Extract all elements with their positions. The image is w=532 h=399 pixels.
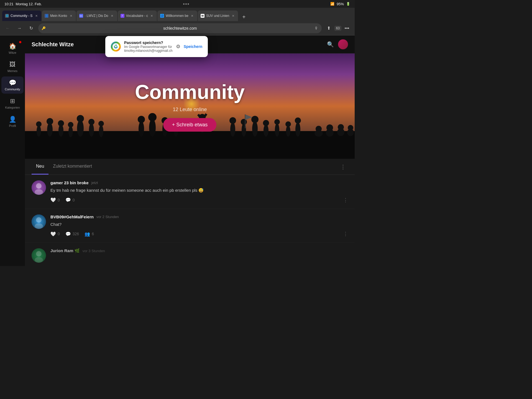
sidebar-item-kategorien[interactable]: ⊞ Kategorien — [1, 95, 24, 112]
tab-vocabulaire[interactable]: 7 Vocabulaire - c ✕ — [118, 11, 157, 21]
svg-point-50 — [36, 183, 42, 189]
heart-icon-2: 🤍 — [50, 231, 56, 237]
time: 10:21 — [4, 2, 14, 6]
hero-subtitle: 12 Leute online — [173, 107, 207, 112]
svg-point-51 — [35, 189, 43, 195]
members-icon: 👥 — [85, 231, 90, 237]
write-button[interactable]: + Schreib etwas — [163, 118, 217, 132]
post-avatar-3 — [32, 248, 46, 263]
tab-dot-2 — [185, 3, 187, 5]
tab-dot-3 — [188, 3, 189, 5]
tab-close-3[interactable]: ✕ — [110, 14, 114, 18]
tab-close-1[interactable]: ✕ — [34, 14, 39, 18]
share-button[interactable]: ⬆ — [324, 24, 333, 33]
password-save-popup: Passwort speichern? Im Google Passwortma… — [105, 36, 208, 57]
sidebar: 🏠 Witze 🖼 Memes 💬 Community ⊞ Kategorien… — [0, 35, 25, 266]
tab-count-badge[interactable]: 63 — [334, 26, 341, 31]
post-item: gamer 23 bin broke jetzt Ey tm hab ne fr… — [25, 175, 355, 209]
members-button-2[interactable]: 👥 6 — [85, 231, 94, 237]
post-content-3: Jurion Ram 🌿 vor 3 Stunden — [50, 248, 348, 263]
post-item-2: BVB09#GehMalFeiern vor 2 Stunden Chat? 🤍… — [25, 209, 355, 243]
profil-icon: 👤 — [9, 116, 16, 123]
tab-title-6: SUV und Linien — [206, 14, 229, 18]
post-username-1: gamer 23 bin broke — [50, 180, 89, 185]
search-button[interactable]: 🔍 — [326, 40, 335, 49]
post-header-1: gamer 23 bin broke jetzt — [50, 180, 348, 185]
comment-button-2[interactable]: 💬 326 — [65, 231, 79, 237]
url-text: schlechtewitze.com — [48, 26, 312, 30]
comment-button-1[interactable]: 💬 0 — [65, 197, 75, 203]
forward-button[interactable]: → — [15, 24, 24, 33]
post-content-1: gamer 23 bin broke jetzt Ey tm hab ne fr… — [50, 180, 348, 203]
back-button[interactable]: ← — [3, 24, 12, 33]
microphone-icon[interactable]: 🎙 — [314, 26, 318, 30]
nav-bar: ← → ↻ 🔑 schlechtewitze.com 🎙 ⬆ 63 ••• — [0, 21, 355, 35]
sidebar-label-witze: Witze — [9, 51, 16, 54]
tab-willkommen[interactable]: 🔵 Willkommen be ✕ — [157, 11, 197, 21]
tab-close-5[interactable]: ✕ — [190, 14, 195, 18]
popup-settings-icon[interactable]: ⚙ — [176, 44, 180, 50]
content-area: 🏠 Witze 🖼 Memes 💬 Community ⊞ Kategorien… — [0, 35, 355, 266]
status-bar: 10:21 Montag 12. Feb. 📶 95% 🔋 — [0, 0, 355, 8]
post-content-2: BVB09#GehMalFeiern vor 2 Stunden Chat? 🤍… — [50, 214, 348, 237]
popup-desc-text: Im Google Passwortmanager fürtimofey.mil… — [124, 45, 173, 53]
lock-icon: 🔑 — [42, 26, 46, 30]
post-time-1: jetzt — [91, 181, 98, 185]
sidebar-item-community[interactable]: 💬 Community — [1, 76, 24, 94]
sidebar-label-memes: Memes — [7, 69, 17, 73]
post-header-2: BVB09#GehMalFeiern vor 2 Stunden — [50, 214, 348, 219]
user-avatar[interactable] — [338, 39, 348, 49]
comment-icon: 💬 — [65, 197, 71, 203]
sidebar-item-memes[interactable]: 🖼 Memes — [1, 58, 24, 75]
like-button-2[interactable]: 🤍 0 — [50, 231, 60, 237]
tab-more-button[interactable]: ⋮ — [338, 161, 348, 172]
more-button[interactable]: ••• — [342, 24, 351, 33]
popup-save-button[interactable]: Speichern — [184, 44, 203, 49]
tab-title-4: Vocabulaire - c — [126, 14, 148, 18]
tab-title-2: Mein Konto — [50, 14, 67, 18]
svg-point-53 — [36, 217, 42, 223]
tab-neu[interactable]: Neu — [32, 159, 48, 175]
post-avatar-2 — [32, 214, 46, 229]
svg-point-54 — [35, 223, 43, 229]
post-username-2: BVB09#GehMalFeiern — [50, 214, 94, 219]
like-button-1[interactable]: 🤍 0 — [50, 197, 60, 203]
post-more-1[interactable]: ⋮ — [343, 197, 348, 203]
tab-community[interactable]: 🌐 Community - S ✕ — [2, 11, 41, 21]
status-right: 📶 95% 🔋 — [330, 2, 350, 6]
tab-dots — [181, 3, 191, 5]
tab-title-1: Community - S — [11, 14, 32, 18]
wifi-icon: 📶 — [330, 2, 334, 6]
page-content: Schlechte Witze 🔍 — [25, 35, 355, 266]
hero-overlay: Community 12 Leute online + Schreib etwa… — [25, 53, 355, 159]
tab-mein-konto[interactable]: 👤 Mein Konto ✕ — [42, 11, 76, 21]
reload-button[interactable]: ↻ — [27, 24, 35, 33]
popup-title: Passwort speichern? — [124, 40, 173, 45]
popup-content: Passwort speichern? Im Google Passwortma… — [124, 40, 173, 53]
tab-favicon-1: 🌐 — [5, 14, 9, 18]
svg-point-56 — [36, 251, 42, 257]
tab-close-6[interactable]: ✕ — [231, 14, 235, 18]
post-more-2[interactable]: ⋮ — [343, 231, 348, 237]
posts-list: gamer 23 bin broke jetzt Ey tm hab ne fr… — [25, 175, 355, 266]
post-header-3: Jurion Ram 🌿 vor 3 Stunden — [50, 248, 348, 253]
community-icon: 💬 — [9, 79, 16, 86]
tab-close-4[interactable]: ✕ — [150, 14, 154, 18]
kategorien-icon: ⊞ — [10, 98, 15, 105]
tab-zuletzt-kommentiert[interactable]: Zuletzt kommentiert — [48, 159, 96, 175]
tab-close-2[interactable]: ✕ — [69, 14, 73, 18]
members-count-2: 6 — [92, 232, 94, 236]
google-password-logo — [111, 42, 121, 52]
post-actions-2: 🤍 0 💬 326 👥 6 ⋮ — [50, 231, 348, 237]
post-time-2: vor 2 Stunden — [96, 215, 119, 219]
comment-icon-2: 💬 — [65, 231, 71, 237]
comment-count-2: 326 — [73, 232, 79, 236]
new-tab-button[interactable]: + — [240, 13, 248, 21]
header-actions: 🔍 — [326, 39, 348, 49]
popup-desc: Im Google Passwortmanager fürtimofey.mil… — [124, 45, 173, 53]
post-text-2: Chat? — [50, 221, 348, 228]
tab-lmvz[interactable]: DC · LMVZ | Dis Do ✕ — [76, 11, 117, 21]
address-bar[interactable]: 🔑 schlechtewitze.com 🎙 — [38, 23, 322, 33]
tab-suv[interactable]: W SUV und Linien ✕ — [198, 11, 238, 21]
sidebar-item-profil[interactable]: 👤 Profil — [1, 113, 24, 130]
